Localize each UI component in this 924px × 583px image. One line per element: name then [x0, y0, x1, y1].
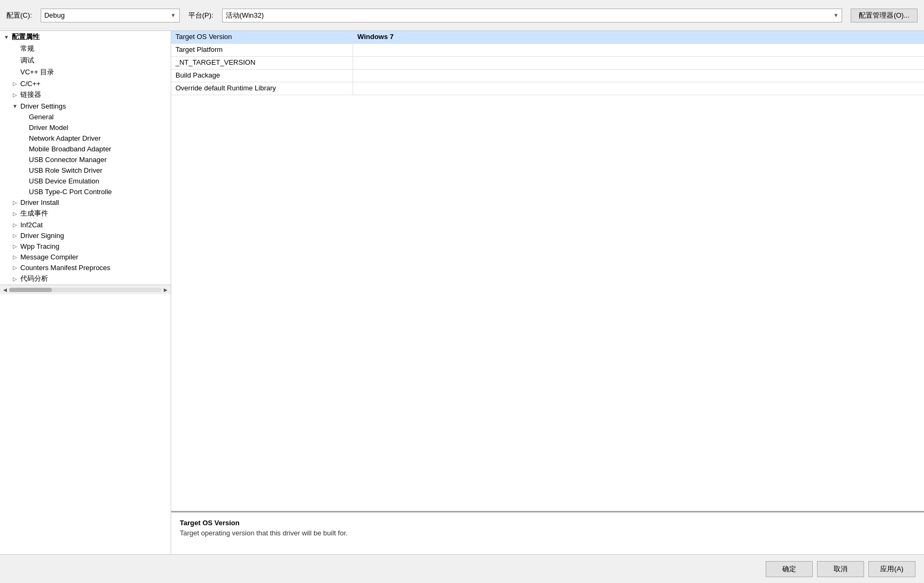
- tree-item-label: Driver Signing: [19, 232, 64, 240]
- tree-toggle: [19, 166, 28, 174]
- prop-value: [353, 57, 924, 69]
- property-row[interactable]: Target Platform: [171, 44, 924, 57]
- prop-value: Windows 7: [353, 31, 924, 43]
- tree-item-label: USB Connector Manager: [28, 156, 106, 164]
- description-title: Target OS Version: [180, 519, 915, 527]
- tree-item-label: Driver Model: [28, 124, 68, 132]
- prop-name: Target Platform: [171, 44, 353, 56]
- tree-toggle: ▼: [11, 102, 19, 110]
- tree-toggle: ▷: [11, 90, 19, 99]
- tree-item-label: Wpp Tracing: [19, 242, 59, 250]
- button-bar: 确定 取消 应用(A): [0, 554, 924, 583]
- tree-item-usb-type-c[interactable]: USB Type-C Port Controlle: [0, 186, 171, 197]
- tree-item-general[interactable]: 常规: [0, 43, 171, 55]
- tree-item-label: Message Compiler: [19, 253, 78, 261]
- top-bar: 配置(C): Debug ▼ 平台(P): 活动(Win32) ▼ 配置管理器(…: [0, 0, 924, 31]
- tree-toggle: ▷: [11, 263, 19, 272]
- tree-item-usb-device-emulation[interactable]: USB Device Emulation: [0, 175, 171, 186]
- tree-toggle: [11, 68, 19, 76]
- tree-item-usb-connector-manager[interactable]: USB Connector Manager: [0, 154, 171, 165]
- prop-value: [353, 70, 924, 82]
- property-row[interactable]: Build Package: [171, 70, 924, 82]
- tree-toggle: ▷: [11, 220, 19, 229]
- tree-toggle: ▷: [11, 252, 19, 261]
- tree-panel: ▼ 配置属性 常规 调试 VC++ 目录 ▷ C/C++ ▷ 链接器 ▼ Dri…: [0, 31, 171, 554]
- property-row[interactable]: Override default Runtime Library: [171, 82, 924, 95]
- prop-name: Target OS Version: [171, 31, 353, 43]
- config-dropdown[interactable]: Debug ▼: [41, 9, 180, 22]
- tree-toggle: [11, 44, 19, 53]
- tree-toggle: [19, 177, 28, 185]
- apply-button[interactable]: 应用(A): [868, 561, 915, 577]
- tree-item-label: 常规: [19, 44, 34, 53]
- tree-item-cpp[interactable]: ▷ C/C++: [0, 78, 171, 89]
- prop-name: _NT_TARGET_VERSION: [171, 57, 353, 69]
- config-value: Debug: [44, 11, 65, 19]
- tree-toggle: [19, 144, 28, 153]
- tree-item-label: 调试: [19, 56, 34, 65]
- tree-item-linker[interactable]: ▷ 链接器: [0, 89, 171, 101]
- tree-item-label: Driver Install: [19, 198, 59, 206]
- tree-item-label: VC++ 目录: [19, 67, 54, 77]
- content-panel: Target OS Version Windows 7 Target Platf…: [171, 31, 924, 554]
- config-dropdown-arrow: ▼: [171, 12, 176, 18]
- scroll-left-arrow[interactable]: ◀: [2, 287, 8, 293]
- tree-toggle: ▷: [11, 231, 19, 240]
- tree-toggle: [19, 187, 28, 196]
- tree-item-network-adapter-driver[interactable]: Network Adapter Driver: [0, 133, 171, 143]
- tree-item-build-events[interactable]: ▷ 生成事件: [0, 208, 171, 219]
- tree-item-driver-model[interactable]: Driver Model: [0, 122, 171, 133]
- tree-item-label: 链接器: [19, 90, 41, 99]
- tree-toggle: ▷: [11, 198, 19, 206]
- description-text: Target operating version that this drive…: [180, 529, 915, 537]
- description-area: Target OS Version Target operating versi…: [171, 511, 924, 554]
- tree-item-label: USB Device Emulation: [28, 177, 100, 185]
- tree-item-message-compiler[interactable]: ▷ Message Compiler: [0, 251, 171, 262]
- tree-toggle: ▷: [11, 209, 19, 218]
- prop-name: Build Package: [171, 70, 353, 82]
- scroll-track: [9, 288, 162, 292]
- scroll-thumb: [9, 288, 52, 292]
- platform-value: 活动(Win32): [226, 11, 264, 20]
- platform-label: 平台(P):: [188, 11, 213, 20]
- tree-item-inf2cat[interactable]: ▷ Inf2Cat: [0, 219, 171, 230]
- tree-item-label: Network Adapter Driver: [28, 134, 101, 142]
- scroll-right-arrow[interactable]: ▶: [163, 287, 169, 293]
- tree-item-ds-general[interactable]: General: [0, 111, 171, 122]
- prop-value: [353, 82, 924, 95]
- ok-button[interactable]: 确定: [766, 561, 813, 577]
- platform-dropdown[interactable]: 活动(Win32) ▼: [222, 9, 843, 22]
- tree-item-label: 代码分析: [19, 274, 48, 283]
- tree-item-wpp-tracing[interactable]: ▷ Wpp Tracing: [0, 241, 171, 251]
- tree-item-label: USB Type-C Port Controlle: [28, 188, 112, 196]
- tree-toggle: [19, 112, 28, 121]
- tree-toggle: ▼: [2, 33, 11, 41]
- tree-horizontal-scrollbar[interactable]: ◀ ▶: [0, 285, 171, 294]
- tree-toggle: ▷: [11, 242, 19, 250]
- tree-item-config-props[interactable]: ▼ 配置属性: [0, 31, 171, 43]
- property-row[interactable]: Target OS Version Windows 7: [171, 31, 924, 44]
- tree-toggle: [11, 56, 19, 65]
- tree-item-label: 生成事件: [19, 209, 48, 218]
- config-manager-button[interactable]: 配置管理器(O)...: [851, 9, 918, 22]
- tree-item-driver-signing[interactable]: ▷ Driver Signing: [0, 230, 171, 241]
- tree-toggle: [19, 134, 28, 142]
- tree-item-usb-role-switch[interactable]: USB Role Switch Driver: [0, 165, 171, 175]
- config-label: 配置(C):: [6, 11, 32, 20]
- tree-item-label: Counters Manifest Preproces: [19, 264, 110, 272]
- property-row[interactable]: _NT_TARGET_VERSION: [171, 57, 924, 70]
- tree-item-debug[interactable]: 调试: [0, 55, 171, 66]
- properties-table: Target OS Version Windows 7 Target Platf…: [171, 31, 924, 511]
- cancel-button[interactable]: 取消: [817, 561, 864, 577]
- tree-item-mobile-broadband[interactable]: Mobile Broadband Adapter: [0, 143, 171, 154]
- tree-item-driver-install[interactable]: ▷ Driver Install: [0, 197, 171, 208]
- tree-item-driver-settings[interactable]: ▼ Driver Settings: [0, 101, 171, 111]
- tree-item-counters-manifest[interactable]: ▷ Counters Manifest Preproces: [0, 262, 171, 273]
- main-area: ▼ 配置属性 常规 调试 VC++ 目录 ▷ C/C++ ▷ 链接器 ▼ Dri…: [0, 31, 924, 554]
- tree-item-label: Driver Settings: [19, 102, 66, 110]
- tree-item-label: Mobile Broadband Adapter: [28, 145, 111, 153]
- tree-item-label: 配置属性: [11, 32, 40, 42]
- platform-dropdown-arrow: ▼: [833, 12, 838, 18]
- tree-item-vcpp-dirs[interactable]: VC++ 目录: [0, 66, 171, 78]
- tree-item-code-analysis[interactable]: ▷ 代码分析: [0, 273, 171, 285]
